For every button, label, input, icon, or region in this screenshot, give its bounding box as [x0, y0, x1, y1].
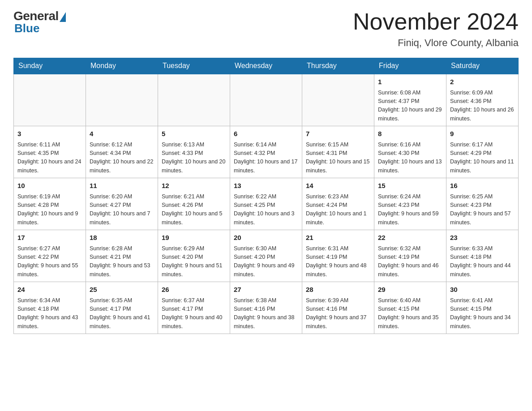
day-number: 23: [450, 233, 515, 243]
calendar-cell: 15Sunrise: 6:24 AMSunset: 4:23 PMDayligh…: [374, 178, 446, 230]
logo-triangle-icon: [60, 12, 66, 22]
logo-blue-text: Blue: [14, 21, 39, 35]
day-info: Sunrise: 6:35 AMSunset: 4:17 PMDaylight:…: [90, 296, 154, 331]
calendar-cell: 16Sunrise: 6:25 AMSunset: 4:23 PMDayligh…: [446, 178, 519, 230]
calendar-cell: 27Sunrise: 6:38 AMSunset: 4:16 PMDayligh…: [230, 282, 302, 334]
day-number: 27: [234, 285, 298, 295]
day-number: 6: [234, 129, 298, 139]
calendar-cell: [302, 74, 374, 126]
calendar-cell: 8Sunrise: 6:16 AMSunset: 4:30 PMDaylight…: [374, 126, 446, 178]
calendar-cell: 25Sunrise: 6:35 AMSunset: 4:17 PMDayligh…: [86, 282, 158, 334]
calendar-cell: 9Sunrise: 6:17 AMSunset: 4:29 PMDaylight…: [446, 126, 519, 178]
logo: General Blue: [13, 9, 66, 35]
day-info: Sunrise: 6:11 AMSunset: 4:35 PMDaylight:…: [17, 141, 82, 176]
calendar-cell: 4Sunrise: 6:12 AMSunset: 4:34 PMDaylight…: [86, 126, 158, 178]
calendar-cell: 5Sunrise: 6:13 AMSunset: 4:33 PMDaylight…: [158, 126, 230, 178]
day-info: Sunrise: 6:30 AMSunset: 4:20 PMDaylight:…: [234, 244, 298, 279]
day-number: 4: [90, 129, 154, 139]
calendar-subtitle: Finiq, Vlore County, Albania: [353, 37, 519, 49]
day-info: Sunrise: 6:37 AMSunset: 4:17 PMDaylight:…: [162, 296, 226, 331]
calendar-cell: 17Sunrise: 6:27 AMSunset: 4:22 PMDayligh…: [14, 230, 86, 282]
calendar-cell: 28Sunrise: 6:39 AMSunset: 4:16 PMDayligh…: [302, 282, 374, 334]
calendar-cell: 26Sunrise: 6:37 AMSunset: 4:17 PMDayligh…: [158, 282, 230, 334]
calendar-header-row: SundayMondayTuesdayWednesdayThursdayFrid…: [14, 58, 519, 74]
day-number: 25: [90, 285, 154, 295]
day-info: Sunrise: 6:16 AMSunset: 4:30 PMDaylight:…: [378, 141, 442, 176]
header-wednesday: Wednesday: [230, 58, 302, 74]
calendar-cell: 2Sunrise: 6:09 AMSunset: 4:36 PMDaylight…: [446, 74, 519, 126]
day-number: 26: [162, 285, 226, 295]
day-number: 16: [450, 181, 515, 191]
day-info: Sunrise: 6:32 AMSunset: 4:19 PMDaylight:…: [378, 244, 442, 279]
day-info: Sunrise: 6:13 AMSunset: 4:33 PMDaylight:…: [162, 141, 226, 176]
calendar-cell: [158, 74, 230, 126]
day-number: 13: [234, 181, 298, 191]
calendar-cell: 1Sunrise: 6:08 AMSunset: 4:37 PMDaylight…: [374, 74, 446, 126]
calendar-cell: [86, 74, 158, 126]
calendar-cell: [230, 74, 302, 126]
header-friday: Friday: [374, 58, 446, 74]
day-number: 10: [17, 181, 82, 191]
day-info: Sunrise: 6:27 AMSunset: 4:22 PMDaylight:…: [17, 244, 82, 279]
calendar-cell: 6Sunrise: 6:14 AMSunset: 4:32 PMDaylight…: [230, 126, 302, 178]
day-number: 28: [306, 285, 370, 295]
day-number: 24: [17, 285, 82, 295]
calendar-cell: 18Sunrise: 6:28 AMSunset: 4:21 PMDayligh…: [86, 230, 158, 282]
day-info: Sunrise: 6:17 AMSunset: 4:29 PMDaylight:…: [450, 141, 515, 176]
calendar-cell: 30Sunrise: 6:41 AMSunset: 4:15 PMDayligh…: [446, 282, 519, 334]
day-number: 30: [450, 285, 515, 295]
day-info: Sunrise: 6:20 AMSunset: 4:27 PMDaylight:…: [90, 193, 154, 227]
day-number: 18: [90, 233, 154, 243]
calendar-cell: 11Sunrise: 6:20 AMSunset: 4:27 PMDayligh…: [86, 178, 158, 230]
day-info: Sunrise: 6:23 AMSunset: 4:24 PMDaylight:…: [306, 193, 370, 227]
header-tuesday: Tuesday: [158, 58, 230, 74]
day-info: Sunrise: 6:33 AMSunset: 4:18 PMDaylight:…: [450, 244, 515, 279]
calendar-cell: 23Sunrise: 6:33 AMSunset: 4:18 PMDayligh…: [446, 230, 519, 282]
week-row-5: 24Sunrise: 6:34 AMSunset: 4:18 PMDayligh…: [14, 282, 519, 334]
day-info: Sunrise: 6:40 AMSunset: 4:15 PMDaylight:…: [378, 296, 442, 331]
week-row-4: 17Sunrise: 6:27 AMSunset: 4:22 PMDayligh…: [14, 230, 519, 282]
day-info: Sunrise: 6:15 AMSunset: 4:31 PMDaylight:…: [306, 141, 370, 176]
week-row-1: 1Sunrise: 6:08 AMSunset: 4:37 PMDaylight…: [14, 74, 519, 126]
day-info: Sunrise: 6:31 AMSunset: 4:19 PMDaylight:…: [306, 244, 370, 279]
day-info: Sunrise: 6:28 AMSunset: 4:21 PMDaylight:…: [90, 244, 154, 279]
day-number: 17: [17, 233, 82, 243]
calendar-cell: 13Sunrise: 6:22 AMSunset: 4:25 PMDayligh…: [230, 178, 302, 230]
page-header: General Blue November 2024 Finiq, Vlore …: [13, 9, 519, 49]
calendar-cell: 19Sunrise: 6:29 AMSunset: 4:20 PMDayligh…: [158, 230, 230, 282]
day-number: 5: [162, 129, 226, 139]
day-info: Sunrise: 6:25 AMSunset: 4:23 PMDaylight:…: [450, 193, 515, 227]
calendar-cell: 7Sunrise: 6:15 AMSunset: 4:31 PMDaylight…: [302, 126, 374, 178]
day-info: Sunrise: 6:21 AMSunset: 4:26 PMDaylight:…: [162, 193, 226, 227]
day-number: 29: [378, 285, 442, 295]
day-info: Sunrise: 6:39 AMSunset: 4:16 PMDaylight:…: [306, 296, 370, 331]
header-thursday: Thursday: [302, 58, 374, 74]
calendar-cell: [14, 74, 86, 126]
day-number: 21: [306, 233, 370, 243]
calendar-cell: 22Sunrise: 6:32 AMSunset: 4:19 PMDayligh…: [374, 230, 446, 282]
calendar-cell: 21Sunrise: 6:31 AMSunset: 4:19 PMDayligh…: [302, 230, 374, 282]
day-info: Sunrise: 6:41 AMSunset: 4:15 PMDaylight:…: [450, 296, 515, 331]
calendar-cell: 12Sunrise: 6:21 AMSunset: 4:26 PMDayligh…: [158, 178, 230, 230]
day-number: 11: [90, 181, 154, 191]
day-number: 1: [378, 77, 442, 87]
day-number: 9: [450, 129, 515, 139]
day-number: 7: [306, 129, 370, 139]
day-number: 2: [450, 77, 515, 87]
calendar-cell: 10Sunrise: 6:19 AMSunset: 4:28 PMDayligh…: [14, 178, 86, 230]
day-info: Sunrise: 6:19 AMSunset: 4:28 PMDaylight:…: [17, 193, 82, 227]
header-monday: Monday: [86, 58, 158, 74]
calendar-table: SundayMondayTuesdayWednesdayThursdayFrid…: [13, 58, 519, 334]
day-info: Sunrise: 6:24 AMSunset: 4:23 PMDaylight:…: [378, 193, 442, 227]
day-info: Sunrise: 6:38 AMSunset: 4:16 PMDaylight:…: [234, 296, 298, 331]
week-row-3: 10Sunrise: 6:19 AMSunset: 4:28 PMDayligh…: [14, 178, 519, 230]
day-number: 14: [306, 181, 370, 191]
day-info: Sunrise: 6:12 AMSunset: 4:34 PMDaylight:…: [90, 141, 154, 176]
day-info: Sunrise: 6:29 AMSunset: 4:20 PMDaylight:…: [162, 244, 226, 279]
day-number: 15: [378, 181, 442, 191]
day-info: Sunrise: 6:08 AMSunset: 4:37 PMDaylight:…: [378, 89, 442, 124]
day-number: 8: [378, 129, 442, 139]
calendar-cell: 20Sunrise: 6:30 AMSunset: 4:20 PMDayligh…: [230, 230, 302, 282]
day-number: 3: [17, 129, 82, 139]
calendar-cell: 24Sunrise: 6:34 AMSunset: 4:18 PMDayligh…: [14, 282, 86, 334]
